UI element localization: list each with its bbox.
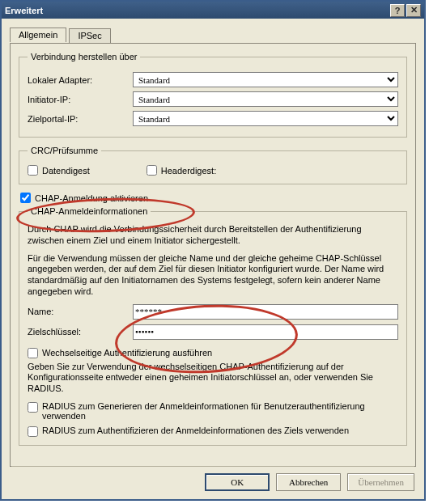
data-digest-checkbox[interactable] [28, 165, 38, 176]
initiator-ip-combo[interactable]: Standard [133, 91, 398, 107]
mutual-auth-checkbox-label[interactable]: Wechselseitige Authentifizierung ausführ… [28, 348, 212, 358]
data-digest-checkbox-label[interactable]: Datendigest [28, 165, 90, 176]
tab-general[interactable]: Allgemein [10, 28, 66, 42]
mutual-auth-checkbox[interactable] [28, 348, 38, 358]
chap-enable-checkbox[interactable] [20, 193, 31, 203]
group-chap-legend: CHAP-Anmeldeinformationen [28, 206, 151, 216]
header-digest-checkbox[interactable] [147, 165, 157, 176]
radius-generate-checkbox-label[interactable]: RADIUS zum Generieren der Anmeldeinforma… [28, 401, 382, 421]
dialog-window: Erweitert ? ✕ Allgemein IPSec Verbindung… [0, 0, 426, 501]
tab-ipsec[interactable]: IPSec [69, 28, 110, 43]
group-crc-legend: CRC/Prüfsumme [28, 146, 101, 155]
target-portal-ip-combo[interactable]: Standard [133, 111, 398, 126]
client-area: Allgemein IPSec Verbindung herstellen üb… [3, 20, 423, 498]
chap-para2: Für die Verwendung müssen der gleiche Na… [28, 253, 398, 298]
button-bar: OK Abbrechen Übernehmen [11, 466, 414, 491]
initiator-ip-label: Initiator-IP: [28, 95, 133, 104]
chap-name-input[interactable] [133, 304, 398, 320]
tabstrip: Allgemein IPSec [10, 27, 416, 43]
header-digest-checkbox-label[interactable]: Headerdigest: [147, 165, 217, 176]
radius-auth-checkbox[interactable] [28, 426, 38, 437]
cancel-button[interactable]: Abbrechen [276, 473, 341, 491]
chap-name-label: Name: [28, 307, 133, 316]
help-button[interactable]: ? [390, 4, 405, 17]
tab-panel-general: Verbindung herstellen über Lokaler Adapt… [10, 43, 416, 467]
titlebar: Erweitert ? ✕ [2, 2, 424, 19]
chap-enable-checkbox-label[interactable]: CHAP-Anmeldung aktivieren [20, 193, 148, 203]
target-portal-ip-label: Zielportal-IP: [28, 114, 133, 124]
local-adapter-combo[interactable]: Standard [133, 72, 398, 87]
radius-generate-checkbox[interactable] [28, 402, 38, 413]
chap-secret-label: Zielschlüssel: [28, 327, 133, 337]
group-crc: CRC/Prüfsumme Datendigest Headerdigest: [19, 146, 407, 184]
group-connection-legend: Verbindung herstellen über [28, 52, 140, 61]
window-title: Erweitert [5, 6, 43, 15]
ok-button[interactable]: OK [205, 473, 270, 491]
local-adapter-label: Lokaler Adapter: [28, 75, 133, 85]
mutual-auth-note: Geben Sie zur Verwendung der wechselseit… [28, 362, 398, 395]
apply-button: Übernehmen [347, 473, 414, 491]
chap-para1: Durch CHAP wird die Verbindungssicherhei… [28, 224, 398, 247]
radius-auth-checkbox-label[interactable]: RADIUS zum Authentifizieren der Anmeldei… [28, 426, 349, 437]
close-button[interactable]: ✕ [406, 4, 421, 17]
chap-secret-input[interactable] [133, 324, 398, 340]
group-chap: CHAP-Anmeldeinformationen Durch CHAP wir… [19, 206, 407, 446]
group-connection: Verbindung herstellen über Lokaler Adapt… [19, 52, 407, 138]
